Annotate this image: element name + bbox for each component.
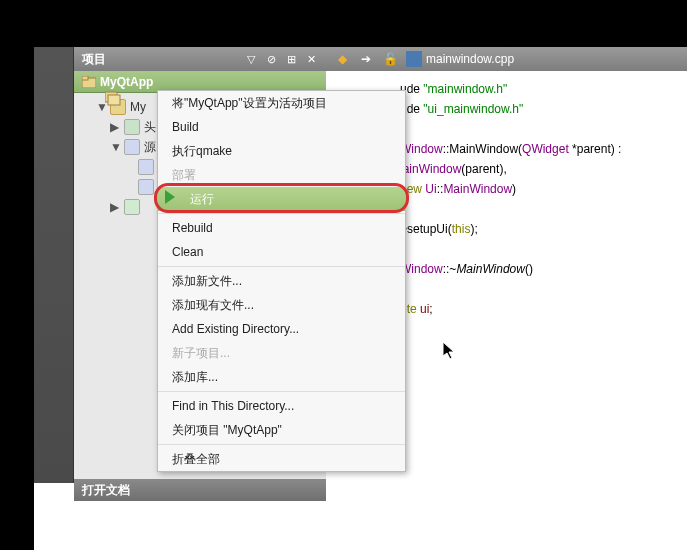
menu-separator: [158, 266, 405, 267]
menu-label: Find in This Directory...: [172, 399, 294, 413]
menu-item[interactable]: Clean: [158, 240, 405, 264]
menu-label: 部署: [172, 167, 196, 184]
menu-item[interactable]: Rebuild: [158, 216, 405, 240]
menu-label: 添加库...: [172, 369, 218, 386]
menu-separator: [158, 444, 405, 445]
menu-label: 执行qmake: [172, 143, 232, 160]
menu-label: Add Existing Directory...: [172, 322, 299, 336]
menu-separator: [158, 213, 405, 214]
menu-item[interactable]: Add Existing Directory...: [158, 317, 405, 341]
link-icon[interactable]: ⊘: [264, 52, 278, 66]
sidebar-title: 项目: [82, 51, 244, 68]
editor-filename-chip[interactable]: mainwindow.cpp: [406, 51, 514, 67]
activity-bar[interactable]: [34, 47, 74, 483]
menu-item: 部署: [158, 163, 405, 187]
set-active-icon: [105, 90, 121, 106]
cpp-icon: [138, 159, 154, 175]
tree-label: 源: [144, 139, 156, 156]
open-docs-header[interactable]: 打开文档: [74, 479, 326, 501]
tree-label: 头: [144, 119, 156, 136]
menu-item[interactable]: 运行: [158, 187, 405, 211]
svg-rect-3: [108, 95, 120, 105]
form-icon: [124, 199, 140, 215]
filter-icon[interactable]: ▽: [244, 52, 258, 66]
menu-label: 添加新文件...: [172, 273, 242, 290]
menu-item[interactable]: 将"MyQtApp"设置为活动项目: [158, 91, 405, 115]
expand-arrow[interactable]: ▶: [110, 120, 120, 134]
menu-label: 运行: [172, 191, 214, 208]
project-icon: [82, 76, 96, 88]
split-icon[interactable]: ⊞: [284, 52, 298, 66]
sidebar-header: 项目 ▽ ⊘ ⊞ ✕: [74, 47, 326, 71]
menu-label: 添加现有文件...: [172, 297, 254, 314]
lock-icon[interactable]: 🔓: [382, 51, 398, 67]
menu-label: Clean: [172, 245, 203, 259]
menu-label: 关闭项目 "MyQtApp": [172, 422, 282, 439]
menu-item[interactable]: 添加库...: [158, 365, 405, 389]
menu-separator: [158, 391, 405, 392]
cpp-icon: [138, 179, 154, 195]
h-icon: [124, 119, 140, 135]
cpp-icon: [124, 139, 140, 155]
menu-item[interactable]: 添加现有文件...: [158, 293, 405, 317]
expand-arrow[interactable]: ▼: [110, 140, 120, 154]
menu-label: 将"MyQtApp"设置为活动项目: [172, 95, 327, 112]
expand-arrow[interactable]: ▶: [110, 200, 120, 214]
close-icon[interactable]: ✕: [304, 52, 318, 66]
cpp-file-icon: [406, 51, 422, 67]
menu-item[interactable]: 执行qmake: [158, 139, 405, 163]
menu-label: 新子项目...: [172, 345, 230, 362]
menu-item[interactable]: Build: [158, 115, 405, 139]
back-icon[interactable]: ◆: [334, 51, 350, 67]
project-name: MyQtApp: [100, 75, 153, 89]
menu-item[interactable]: 添加新文件...: [158, 269, 405, 293]
menu-label: Build: [172, 120, 199, 134]
editor-filename: mainwindow.cpp: [426, 52, 514, 66]
tree-label: My: [130, 100, 146, 114]
menu-item: 新子项目...: [158, 341, 405, 365]
forward-icon[interactable]: ➔: [358, 51, 374, 67]
menu-label: Rebuild: [172, 221, 213, 235]
menu-label: 折叠全部: [172, 451, 220, 468]
svg-rect-1: [82, 76, 88, 80]
menu-item[interactable]: Find in This Directory...: [158, 394, 405, 418]
editor-toolbar: ◆ ➔ 🔓 mainwindow.cpp: [326, 47, 687, 71]
open-docs-label: 打开文档: [82, 482, 130, 499]
menu-item[interactable]: 关闭项目 "MyQtApp": [158, 418, 405, 442]
menu-item[interactable]: 折叠全部: [158, 447, 405, 471]
context-menu: 将"MyQtApp"设置为活动项目Build执行qmake部署运行Rebuild…: [157, 90, 406, 472]
